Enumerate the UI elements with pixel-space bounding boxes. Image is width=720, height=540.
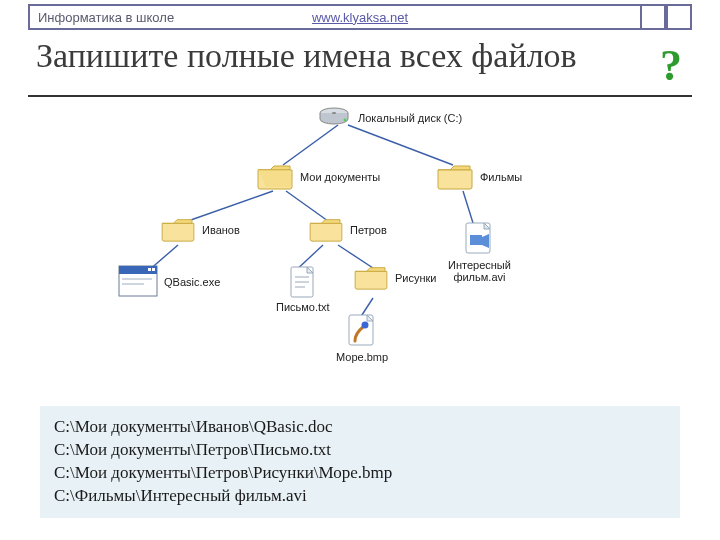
question-mark-icon: ?	[660, 40, 682, 91]
node-root-drive: Локальный диск (C:)	[316, 105, 462, 129]
node-letter: Письмо.txt	[276, 265, 330, 313]
node-sea: Море.bmp	[336, 313, 388, 363]
svg-rect-13	[470, 235, 482, 245]
node-movies: Фильмы	[436, 161, 522, 191]
answer-line: C:\Фильмы\Интересный фильм.avi	[54, 485, 666, 508]
node-petrov: Петров	[308, 215, 387, 243]
node-label: Письмо.txt	[276, 301, 330, 313]
drive-icon	[316, 105, 352, 129]
node-label: Мои документы	[300, 171, 380, 183]
node-label: Море.bmp	[336, 351, 388, 363]
answer-line: C:\Мои документы\Петров\Рисунки\Море.bmp	[54, 462, 666, 485]
folder-icon	[353, 263, 389, 291]
folder-icon	[256, 161, 294, 191]
node-label: Иванов	[202, 224, 240, 236]
header-title: Информатика в школе	[30, 10, 174, 25]
svg-rect-15	[119, 266, 157, 274]
node-label: Локальный диск (C:)	[358, 112, 462, 124]
svg-rect-17	[152, 268, 155, 271]
svg-rect-19	[122, 283, 144, 285]
node-movie-file: Интересный фильм.avi	[448, 221, 511, 283]
node-label: Рисунки	[395, 272, 437, 284]
exe-file-icon	[118, 265, 158, 297]
svg-rect-18	[122, 278, 152, 280]
video-file-icon	[462, 221, 496, 257]
svg-line-0	[283, 125, 338, 165]
svg-point-10	[332, 112, 336, 114]
header-bar: Информатика в школе www.klyaksa.net	[28, 4, 692, 30]
node-label: Интересный фильм.avi	[448, 259, 511, 283]
folder-icon	[160, 215, 196, 243]
svg-line-1	[348, 125, 453, 165]
page-title: Запишите полные имена всех файлов	[36, 36, 577, 75]
svg-point-11	[344, 119, 347, 122]
node-qbasic: QBasic.exe	[118, 265, 220, 297]
text-file-icon	[289, 265, 317, 299]
svg-line-4	[463, 191, 473, 223]
answer-line: C:\Мои документы\Иванов\QBasic.doc	[54, 416, 666, 439]
node-label: Петров	[350, 224, 387, 236]
file-tree-diagram: Локальный диск (C:) Мои документы Фильмы	[28, 103, 692, 363]
header-link[interactable]: www.klyaksa.net	[312, 10, 408, 25]
node-label: Фильмы	[480, 171, 522, 183]
answers-box: C:\Мои документы\Иванов\QBasic.doc C:\Мо…	[40, 406, 680, 518]
header-decor	[640, 4, 692, 30]
node-pictures: Рисунки	[353, 263, 437, 291]
answer-line: C:\Мои документы\Петров\Письмо.txt	[54, 439, 666, 462]
svg-rect-16	[148, 268, 151, 271]
divider	[28, 95, 692, 97]
folder-icon	[436, 161, 474, 191]
node-my-documents: Мои документы	[256, 161, 380, 191]
svg-point-25	[362, 322, 369, 329]
node-ivanov: Иванов	[160, 215, 240, 243]
folder-icon	[308, 215, 344, 243]
node-label: QBasic.exe	[164, 276, 220, 288]
image-file-icon	[347, 313, 377, 349]
